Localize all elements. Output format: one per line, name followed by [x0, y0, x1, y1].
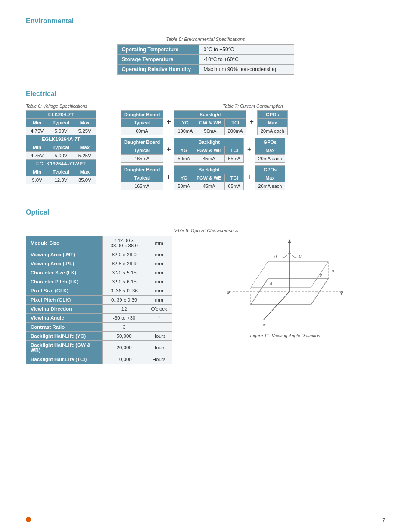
optical-unit: °: [146, 314, 172, 323]
optical-value: 0..36 x 0..36: [103, 286, 146, 296]
optical-label: Backlight Half-Life (YG): [26, 332, 103, 341]
volt-model-name: ELK204-7T: [26, 111, 96, 119]
daughter-label: Daughter Board: [121, 166, 163, 174]
optical-unit: mm: [146, 259, 172, 268]
backlight-val: 100mA: [174, 127, 196, 135]
env-table: Operating Temperature0°C to +50°CStorage…: [117, 44, 294, 75]
env-table-row: Operating Temperature0°C to +50°C: [117, 45, 294, 55]
svg-text:θ: θ: [270, 282, 272, 286]
env-value: Maximum 90% non-condensing: [199, 65, 294, 75]
volt-model-header: ELK204-7T: [26, 111, 96, 119]
gpos-val: 20mA each: [255, 182, 285, 190]
gpos-table: GPOs Max 20mA each: [257, 110, 288, 135]
volt-col-name: Max: [74, 119, 96, 127]
daughter-header: Daughter Board: [121, 111, 163, 119]
optical-label: Viewing Area (-PL): [26, 259, 103, 268]
volt-col-name: Min: [26, 143, 48, 152]
electrical-section: Electrical Table 6: Voltage Specificatio…: [26, 90, 385, 193]
volt-model-name: EGLK19264A-7T: [26, 135, 96, 143]
backlight-col: FGW & WB: [193, 174, 225, 182]
optical-value: 0..39 x 0.39: [103, 296, 146, 305]
backlight-col: TCI: [225, 174, 244, 182]
optical-label: Viewing Area (-MT): [26, 250, 103, 259]
gpos-data: 20mA each: [257, 127, 287, 135]
diagram-caption: Figure 11: Viewing Angle Definition: [250, 333, 321, 338]
volt-col-name: Min: [26, 119, 48, 127]
gpos-header: GPOs: [257, 111, 287, 119]
backlight-header: Backlight: [174, 111, 246, 119]
optical-unit: O'clock: [146, 305, 172, 314]
optical-table-row: Module Size 142.00 x38.00 x 36.0 mm: [26, 236, 172, 250]
env-label: Operating Temperature: [117, 45, 199, 55]
backlight-header: Backlight: [174, 138, 244, 146]
volt-cell: 4.75V: [26, 127, 48, 135]
volt-col-name: Min: [26, 168, 48, 176]
backlight-col-header: YGGW & WBTCI: [174, 119, 246, 127]
gpos-data: 20mA each: [255, 155, 285, 163]
optical-table-row: Viewing Area (-MT) 82.0 x 28.0 mm: [26, 250, 172, 259]
plus-sign-2: +: [246, 165, 253, 181]
optical-value: 50,000: [103, 332, 146, 341]
daughter-label: Daughter Board: [121, 138, 163, 146]
backlight-col: YG: [174, 146, 193, 155]
svg-text:θ: θ: [299, 254, 302, 259]
plus-sign: +: [165, 138, 172, 153]
optical-label: Contrast Ratio: [26, 323, 103, 332]
optical-label: Viewing Direction: [26, 305, 103, 314]
optical-table-row: Pixel Size (GLK) 0..36 x 0..36 mm: [26, 286, 172, 296]
optical-label: Pixel Pitch (GLK): [26, 296, 103, 305]
volt-col-name: Max: [74, 143, 96, 152]
backlight-col: YG: [174, 119, 196, 127]
svg-line-13: [264, 292, 290, 320]
volt-col-header: MinTypicalMax: [26, 168, 96, 176]
backlight-data: 50mA45mA65mA: [174, 155, 244, 163]
optical-wrapper: Module Size 142.00 x38.00 x 36.0 mm View…: [26, 236, 385, 364]
optical-table-row: Contrast Ratio 3: [26, 323, 172, 332]
env-table-wrapper: Operating Temperature0°C to +50°CStorage…: [26, 44, 385, 75]
optical-unit: mm: [146, 236, 172, 250]
env-value: 0°C to +50°C: [199, 45, 294, 55]
plus-sign-2: +: [246, 138, 253, 153]
backlight-val: 50mA: [196, 127, 224, 135]
current-group: Daughter Board Typical 165mA + Backlight…: [121, 138, 385, 163]
gpos-header: GPOs: [255, 166, 285, 174]
backlight-val: 65mA: [225, 155, 244, 163]
optical-unit: [146, 323, 172, 332]
gpos-col-header: Max: [255, 146, 285, 155]
daughter-data: 60mA: [121, 127, 163, 135]
current-group: Daughter Board Typical 165mA + Backlight…: [121, 165, 385, 190]
current-group: Daughter Board Typical 60mA + Backlight …: [121, 110, 385, 135]
optical-label: Character Pitch (LK): [26, 277, 103, 286]
volt-model-name: EGLK19264A-7T-VPT: [26, 160, 96, 168]
backlight-col: TCI: [224, 119, 246, 127]
daughter-header: Daughter Board: [121, 166, 163, 174]
optical-value: 3: [103, 323, 146, 332]
electrical-title: Electrical: [26, 90, 56, 100]
optical-label: Pixel Size (GLK): [26, 286, 103, 296]
backlight-col-header: YGFGW & WBTCI: [174, 146, 244, 155]
env-table-row: Operating Relative HumidityMaximum 90% n…: [117, 65, 294, 75]
volt-data-row: 4.75V5.00V5.25V: [26, 127, 96, 135]
daughter-val: 165mA: [121, 155, 163, 163]
volt-cell: 5.25V: [74, 127, 96, 135]
backlight-val: 45mA: [193, 182, 225, 190]
daughter-col: Typical: [121, 119, 163, 127]
plus-sign: +: [165, 165, 172, 181]
gpos-data: 20mA each: [255, 182, 285, 190]
daughter-header: Daughter Board: [121, 138, 163, 146]
optical-unit: mm: [146, 277, 172, 286]
volt-col-header: MinTypicalMax: [26, 143, 96, 152]
optical-value: 142.00 x38.00 x 36.0: [103, 236, 146, 250]
volt-cell: 4.75V: [26, 152, 48, 160]
diagram-area: θ θ φ φ φ θ θ: [185, 236, 385, 338]
voltage-specs: Table 6: Voltage Specifications ELK204-7…: [26, 103, 112, 189]
optical-value: 20,000: [103, 341, 146, 355]
backlight-val: 45mA: [193, 155, 225, 163]
svg-text:θ: θ: [320, 273, 322, 277]
daughter-col-header: Typical: [121, 146, 163, 155]
volt-cell: 5.00V: [48, 127, 74, 135]
viewing-angle-diagram: θ θ φ φ φ θ θ: [225, 236, 346, 330]
gpos-table: GPOs Max 20mA each: [255, 138, 285, 163]
current-consumption: Table 7: Current Consumption Daughter Bo…: [121, 103, 385, 193]
optical-value: 3.20 x 5.15: [103, 268, 146, 277]
